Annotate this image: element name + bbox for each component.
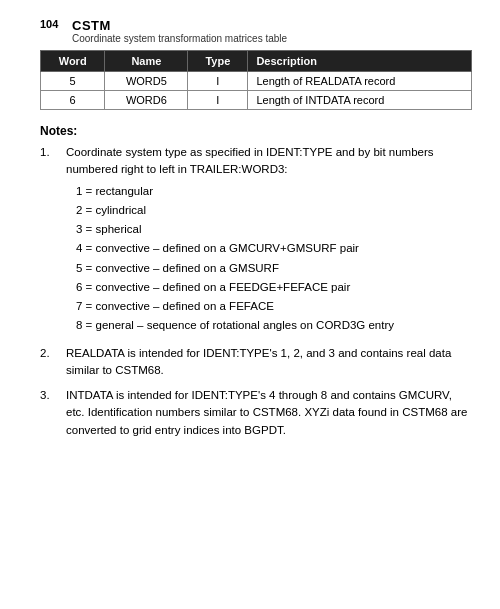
note-sub-list: 1 = rectangular2 = cylindrical3 = spheri… xyxy=(66,183,472,335)
note-content: REALDATA is intended for IDENT:TYPE's 1,… xyxy=(66,345,472,380)
table-cell-word: 6 xyxy=(41,91,105,110)
section-subtitle: Coordinate system transformation matrice… xyxy=(72,33,287,44)
table-cell-word: 5 xyxy=(41,72,105,91)
note-sub-item: 2 = cylindrical xyxy=(76,202,472,219)
note-item-1: 1.Coordinate system type as specified in… xyxy=(40,144,472,337)
section-title: CSTM xyxy=(72,18,287,33)
col-description: Description xyxy=(248,51,472,72)
table-cell-type: I xyxy=(188,91,248,110)
note-item-3: 3.INTDATA is intended for IDENT:TYPE's 4… xyxy=(40,387,472,439)
col-type: Type xyxy=(188,51,248,72)
table-row: 6WORD6ILength of INTDATA record xyxy=(41,91,472,110)
note-sub-item: 6 = convective – defined on a FEEDGE+FEF… xyxy=(76,279,472,296)
page-header: 104 CSTM Coordinate system transformatio… xyxy=(40,18,472,44)
table-cell-description: Length of REALDATA record xyxy=(248,72,472,91)
note-sub-item: 4 = convective – defined on a GMCURV+GMS… xyxy=(76,240,472,257)
note-content: INTDATA is intended for IDENT:TYPE's 4 t… xyxy=(66,387,472,439)
note-sub-item: 5 = convective – defined on a GMSURF xyxy=(76,260,472,277)
table-cell-name: WORD5 xyxy=(105,72,188,91)
table-header-row: Word Name Type Description xyxy=(41,51,472,72)
note-sub-item: 1 = rectangular xyxy=(76,183,472,200)
data-table: Word Name Type Description 5WORD5ILength… xyxy=(40,50,472,110)
note-content: Coordinate system type as specified in I… xyxy=(66,144,472,337)
table-row: 5WORD5ILength of REALDATA record xyxy=(41,72,472,91)
note-item-2: 2.REALDATA is intended for IDENT:TYPE's … xyxy=(40,345,472,380)
table-cell-name: WORD6 xyxy=(105,91,188,110)
notes-label: Notes: xyxy=(40,124,472,138)
note-number: 2. xyxy=(40,345,66,380)
col-name: Name xyxy=(105,51,188,72)
notes-list: 1.Coordinate system type as specified in… xyxy=(40,144,472,439)
header-right: CSTM Coordinate system transformation ma… xyxy=(72,18,287,44)
note-sub-item: 3 = spherical xyxy=(76,221,472,238)
table-cell-type: I xyxy=(188,72,248,91)
page-number: 104 xyxy=(40,18,64,30)
note-sub-item: 7 = convective – defined on a FEFACE xyxy=(76,298,472,315)
note-number: 1. xyxy=(40,144,66,337)
table-cell-description: Length of INTDATA record xyxy=(248,91,472,110)
page-container: 104 CSTM Coordinate system transformatio… xyxy=(0,0,500,467)
note-number: 3. xyxy=(40,387,66,439)
note-sub-item: 8 = general – sequence of rotational ang… xyxy=(76,317,472,334)
col-word: Word xyxy=(41,51,105,72)
